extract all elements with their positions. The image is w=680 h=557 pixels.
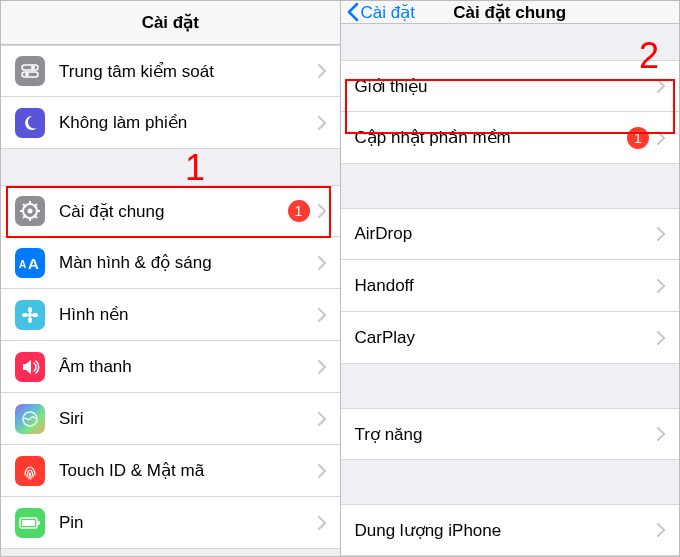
chevron-right-icon — [318, 360, 326, 374]
row-sounds[interactable]: Âm thanh — [1, 341, 340, 393]
row-wallpaper[interactable]: Hình nền — [1, 289, 340, 341]
back-button[interactable]: Cài đặt — [347, 1, 415, 23]
svg-point-18 — [28, 317, 32, 323]
row-label: CarPlay — [355, 328, 650, 348]
gear-icon — [15, 196, 45, 226]
svg-rect-2 — [22, 72, 38, 77]
row-label: Âm thanh — [59, 357, 310, 377]
text-size-icon: AA — [15, 248, 45, 278]
row-label: AirDrop — [355, 224, 650, 244]
chevron-right-icon — [657, 427, 665, 441]
row-airdrop[interactable]: AirDrop — [341, 208, 680, 260]
svg-rect-23 — [38, 521, 40, 525]
nav-title-general: Cài đặt chung — [453, 2, 566, 23]
row-label: Dung lượng iPhone — [355, 520, 650, 541]
row-general[interactable]: Cài đặt chung 1 — [1, 185, 340, 237]
back-label: Cài đặt — [361, 2, 415, 23]
annotation-2: 2 — [639, 35, 659, 77]
row-label: Hình nền — [59, 304, 310, 325]
chevron-right-icon — [318, 464, 326, 478]
general-panel: Cài đặt Cài đặt chung Giới thiệu Cập nhậ… — [341, 1, 680, 556]
battery-icon — [15, 508, 45, 538]
row-display-brightness[interactable]: AA Màn hình & độ sáng — [1, 237, 340, 289]
svg-point-16 — [28, 313, 32, 317]
navbar-settings: Cài đặt — [1, 1, 340, 45]
row-label: Touch ID & Mật mã — [59, 460, 310, 481]
row-software-update[interactable]: Cập nhật phần mềm 1 — [341, 112, 680, 164]
notification-badge: 1 — [627, 127, 649, 149]
row-label: Cập nhật phần mềm — [355, 127, 620, 148]
svg-point-3 — [25, 73, 29, 77]
row-label: Pin — [59, 513, 310, 533]
row-label: Không làm phiền — [59, 112, 310, 133]
chevron-right-icon — [657, 523, 665, 537]
chevron-right-icon — [318, 256, 326, 270]
siri-icon — [15, 404, 45, 434]
row-label: Handoff — [355, 276, 650, 296]
nav-title-settings: Cài đặt — [142, 12, 199, 33]
notification-badge: 1 — [288, 200, 310, 222]
row-about[interactable]: Giới thiệu — [341, 60, 680, 112]
svg-point-20 — [32, 313, 38, 317]
chevron-right-icon — [657, 79, 665, 93]
chevron-right-icon — [657, 227, 665, 241]
chevron-right-icon — [657, 331, 665, 345]
row-do-not-disturb[interactable]: Không làm phiền — [1, 97, 340, 149]
chevron-right-icon — [318, 516, 326, 530]
svg-point-19 — [22, 313, 28, 317]
toggles-icon — [15, 56, 45, 86]
svg-rect-0 — [22, 65, 38, 70]
row-carplay[interactable]: CarPlay — [341, 312, 680, 364]
chevron-left-icon — [347, 2, 359, 22]
row-touch-id[interactable]: Touch ID & Mật mã — [1, 445, 340, 497]
annotation-1: 1 — [185, 147, 205, 189]
settings-list: Trung tâm kiểm soát Không làm phiền Cài … — [1, 45, 340, 549]
row-label: Giới thiệu — [355, 76, 650, 97]
chevron-right-icon — [657, 131, 665, 145]
chevron-right-icon — [318, 204, 326, 218]
chevron-right-icon — [318, 116, 326, 130]
row-battery[interactable]: Pin — [1, 497, 340, 549]
chevron-right-icon — [657, 279, 665, 293]
row-label: Màn hình & độ sáng — [59, 252, 310, 273]
row-siri[interactable]: Siri — [1, 393, 340, 445]
row-iphone-storage[interactable]: Dung lượng iPhone — [341, 504, 680, 556]
chevron-right-icon — [318, 308, 326, 322]
navbar-general: Cài đặt Cài đặt chung — [341, 1, 680, 24]
row-handoff[interactable]: Handoff — [341, 260, 680, 312]
settings-panel: Cài đặt Trung tâm kiểm soát Không làm ph… — [1, 1, 341, 556]
svg-text:A: A — [28, 255, 39, 271]
speaker-icon — [15, 352, 45, 382]
flower-icon — [15, 300, 45, 330]
row-label: Cài đặt chung — [59, 201, 280, 222]
svg-rect-24 — [22, 520, 35, 526]
svg-point-17 — [28, 307, 32, 313]
svg-point-1 — [31, 66, 35, 70]
chevron-right-icon — [318, 412, 326, 426]
svg-point-5 — [28, 209, 33, 214]
row-label: Trợ năng — [355, 424, 650, 445]
chevron-right-icon — [318, 64, 326, 78]
general-list: Giới thiệu Cập nhật phần mềm 1 AirDrop H… — [341, 24, 680, 556]
fingerprint-icon — [15, 456, 45, 486]
row-label: Trung tâm kiểm soát — [59, 61, 310, 82]
row-control-center[interactable]: Trung tâm kiểm soát — [1, 45, 340, 97]
moon-icon — [15, 108, 45, 138]
row-accessibility[interactable]: Trợ năng — [341, 408, 680, 460]
row-label: Siri — [59, 409, 310, 429]
svg-text:A: A — [19, 259, 26, 270]
